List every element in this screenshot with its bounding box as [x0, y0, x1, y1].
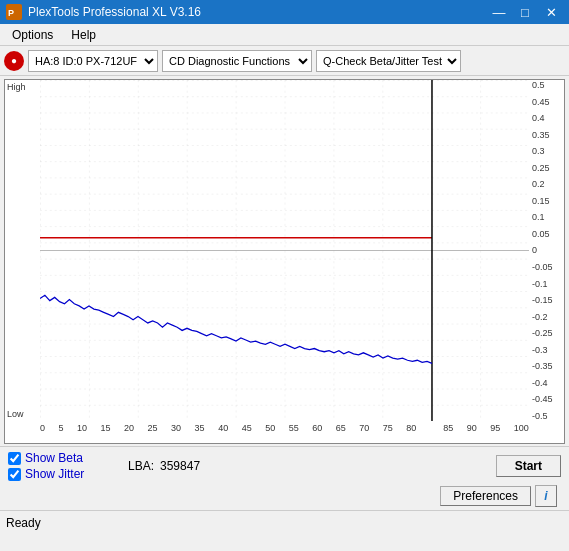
x-axis-tick: 10 [77, 423, 87, 433]
x-axis-tick: 15 [101, 423, 111, 433]
toolbar: ● HA:8 ID:0 PX-712UF CD Diagnostic Funct… [0, 46, 569, 76]
x-axis-tick: 0 [40, 423, 45, 433]
x-axis-tick: 40 [218, 423, 228, 433]
x-axis-tick: 60 [312, 423, 322, 433]
lba-area: LBA: 359847 [128, 459, 496, 473]
device-status-icon: ● [4, 51, 24, 71]
y-axis-tick: 0.05 [532, 229, 550, 239]
x-axis-tick: 50 [265, 423, 275, 433]
start-button[interactable]: Start [496, 455, 561, 477]
show-jitter-row[interactable]: Show Jitter [8, 467, 118, 481]
y-axis-tick: -0.05 [532, 262, 553, 272]
x-axis-tick: 90 [467, 423, 477, 433]
y-axis-tick: 0 [532, 245, 537, 255]
chart-svg [40, 80, 529, 421]
title-bar-left: P PlexTools Professional XL V3.16 [6, 4, 201, 20]
y-axis-tick: 0.4 [532, 113, 545, 123]
bottom-panel: Show Beta Show Jitter LBA: 359847 Start … [0, 446, 569, 510]
x-axis-tick: 85 [443, 423, 453, 433]
x-axis-tick: 100 [514, 423, 529, 433]
show-beta-row[interactable]: Show Beta [8, 451, 118, 465]
x-axis-tick: 75 [383, 423, 393, 433]
x-axis-tick: 25 [148, 423, 158, 433]
info-button[interactable]: i [535, 485, 557, 507]
preferences-button[interactable]: Preferences [440, 486, 531, 506]
x-axis-tick: 20 [124, 423, 134, 433]
device-select[interactable]: HA:8 ID:0 PX-712UF [28, 50, 158, 72]
y-axis-tick: -0.45 [532, 394, 553, 404]
show-beta-label: Show Beta [25, 451, 83, 465]
x-axis-tick: 45 [242, 423, 252, 433]
title-bar-controls: — □ ✕ [487, 2, 563, 22]
y-axis-tick: 0.25 [532, 163, 550, 173]
y-axis-tick: -0.2 [532, 312, 548, 322]
y-axis-tick: -0.35 [532, 361, 553, 371]
menu-bar: Options Help [0, 24, 569, 46]
y-axis-tick: 0.5 [532, 80, 545, 90]
x-axis-tick: 35 [195, 423, 205, 433]
status-text: Ready [6, 516, 41, 530]
checkboxes-area: Show Beta Show Jitter [8, 451, 118, 481]
x-axis-tick: 95 [490, 423, 500, 433]
chart-inner [40, 80, 529, 421]
y-axis-tick: 0.15 [532, 196, 550, 206]
x-axis: 0510152025303540455055606570758085909510… [40, 421, 529, 443]
show-jitter-checkbox[interactable] [8, 468, 21, 481]
menu-help[interactable]: Help [63, 26, 104, 44]
title-bar: P PlexTools Professional XL V3.16 — □ ✕ [0, 0, 569, 24]
menu-options[interactable]: Options [4, 26, 61, 44]
lba-label: LBA: [128, 459, 154, 473]
status-bar: Ready [0, 510, 569, 534]
test-select[interactable]: Q-Check Beta/Jitter Test [316, 50, 461, 72]
x-axis-tick: 55 [289, 423, 299, 433]
lba-value: 359847 [160, 459, 200, 473]
y-axis-tick: -0.25 [532, 328, 553, 338]
x-axis-tick: 80 [406, 423, 416, 433]
y-axis-tick: -0.1 [532, 279, 548, 289]
y-axis-tick: -0.5 [532, 411, 548, 421]
y-axis-tick: -0.3 [532, 345, 548, 355]
x-axis-tick: 65 [336, 423, 346, 433]
show-beta-checkbox[interactable] [8, 452, 21, 465]
y-axis-tick: -0.4 [532, 378, 548, 388]
function-select[interactable]: CD Diagnostic Functions [162, 50, 312, 72]
x-axis-tick: 30 [171, 423, 181, 433]
y-axis-right: 0.50.450.40.350.30.250.20.150.10.050-0.0… [529, 80, 564, 421]
y-axis-tick: 0.45 [532, 97, 550, 107]
minimize-button[interactable]: — [487, 2, 511, 22]
y-axis-tick: 0.3 [532, 146, 545, 156]
close-button[interactable]: ✕ [539, 2, 563, 22]
low-label: Low [7, 409, 24, 419]
window-title: PlexTools Professional XL V3.16 [28, 5, 201, 19]
svg-text:P: P [8, 8, 14, 18]
show-jitter-label: Show Jitter [25, 467, 84, 481]
app-icon: P [6, 4, 22, 20]
y-axis-tick: 0.1 [532, 212, 545, 222]
chart-container: High Low 0.50.450.40.350.30.250.20.150.1… [4, 79, 565, 444]
x-axis-tick: 70 [359, 423, 369, 433]
y-axis-tick: 0.35 [532, 130, 550, 140]
high-label: High [7, 82, 26, 92]
y-axis-tick: 0.2 [532, 179, 545, 189]
maximize-button[interactable]: □ [513, 2, 537, 22]
x-axis-tick: 5 [59, 423, 64, 433]
y-axis-tick: -0.15 [532, 295, 553, 305]
